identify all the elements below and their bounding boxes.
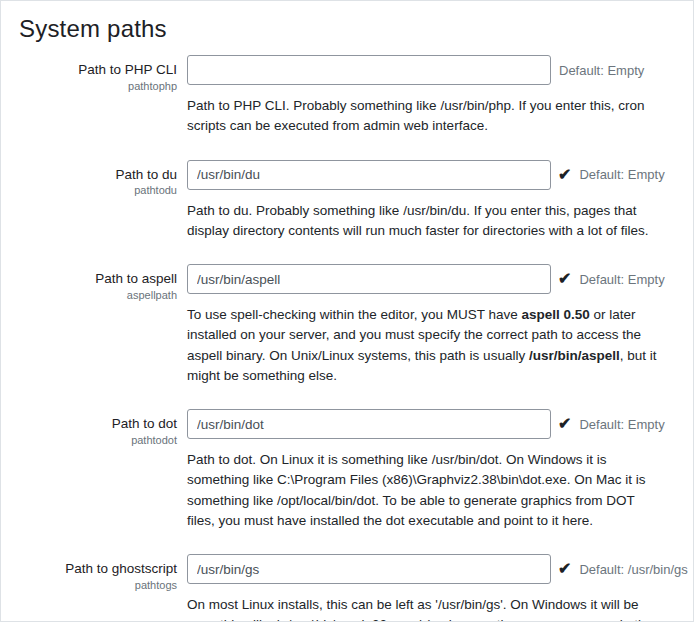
checkmark-icon: ✔ xyxy=(558,167,571,183)
checkmark-icon: ✔ xyxy=(558,561,571,577)
default-value-label: Default: Empty xyxy=(579,167,664,182)
setting-label-column: Path to PHP CLI pathtophp xyxy=(1,55,177,92)
setting-label-column: Path to ghostscript pathtogs xyxy=(1,554,177,591)
settings-rows: Path to PHP CLI pathtophp ✔ Default: Emp… xyxy=(1,55,665,622)
setting-row: Path to PHP CLI pathtophp ✔ Default: Emp… xyxy=(1,55,665,150)
field-label: Path to aspell xyxy=(1,270,177,288)
setting-input-column: ✔ Default: Empty Path to PHP CLI. Probab… xyxy=(187,55,665,150)
setting-row: Path to du pathtodu ✔ Default: Empty Pat… xyxy=(1,160,665,255)
path-input[interactable] xyxy=(187,409,551,439)
setting-label-column: Path to du pathtodu xyxy=(1,160,177,197)
setting-row: Path to dot pathtodot ✔ Default: Empty P… xyxy=(1,409,665,544)
default-value-label: Default: Empty xyxy=(579,272,664,287)
path-input[interactable] xyxy=(187,160,551,190)
input-line: ✔ Default: Empty xyxy=(187,55,665,85)
field-description: On most Linux installs, this can be left… xyxy=(187,595,667,622)
checkmark-icon: ✔ xyxy=(558,416,571,432)
page-title: System paths xyxy=(19,15,693,43)
default-value-label: Default: Empty xyxy=(579,417,664,432)
input-line: ✔ Default: Empty xyxy=(187,160,665,190)
checkmark-icon: ✔ xyxy=(558,271,571,287)
setting-input-column: ✔ Default: Empty Path to du. Probably so… xyxy=(187,160,665,255)
setting-input-column: ✔ Default: /usr/bin/gs On most Linux ins… xyxy=(187,554,688,622)
field-shortname: pathtophp xyxy=(1,80,177,92)
default-value-label: Default: /usr/bin/gs xyxy=(579,562,687,577)
setting-label-column: Path to dot pathtodot xyxy=(1,409,177,446)
field-label: Path to PHP CLI xyxy=(1,61,177,79)
field-label: Path to du xyxy=(1,166,177,184)
field-description: Path to dot. On Linux it is something li… xyxy=(187,450,665,531)
field-description: Path to PHP CLI. Probably something like… xyxy=(187,96,665,137)
system-paths-form: Path to PHP CLI pathtophp ✔ Default: Emp… xyxy=(1,55,693,622)
path-input[interactable] xyxy=(187,264,551,294)
input-line: ✔ Default: Empty xyxy=(187,264,665,294)
field-shortname: aspellpath xyxy=(1,289,177,301)
input-line: ✔ Default: /usr/bin/gs xyxy=(187,554,688,584)
path-input[interactable] xyxy=(187,554,551,584)
input-line: ✔ Default: Empty xyxy=(187,409,665,439)
setting-input-column: ✔ Default: Empty Path to dot. On Linux i… xyxy=(187,409,665,544)
field-shortname: pathtogs xyxy=(1,579,177,591)
field-shortname: pathtodot xyxy=(1,434,177,446)
field-label: Path to dot xyxy=(1,415,177,433)
setting-input-column: ✔ Default: Empty To use spell-checking w… xyxy=(187,264,665,399)
path-input[interactable] xyxy=(187,55,551,85)
setting-label-column: Path to aspell aspellpath xyxy=(1,264,177,301)
setting-row: Path to aspell aspellpath ✔ Default: Emp… xyxy=(1,264,665,399)
field-label: Path to ghostscript xyxy=(1,560,177,578)
field-description: To use spell-checking within the editor,… xyxy=(187,305,665,386)
setting-row: Path to ghostscript pathtogs ✔ Default: … xyxy=(1,554,665,622)
default-value-label: Default: Empty xyxy=(559,63,644,78)
field-description: Path to du. Probably something like /usr… xyxy=(187,201,665,242)
field-shortname: pathtodu xyxy=(1,184,177,196)
